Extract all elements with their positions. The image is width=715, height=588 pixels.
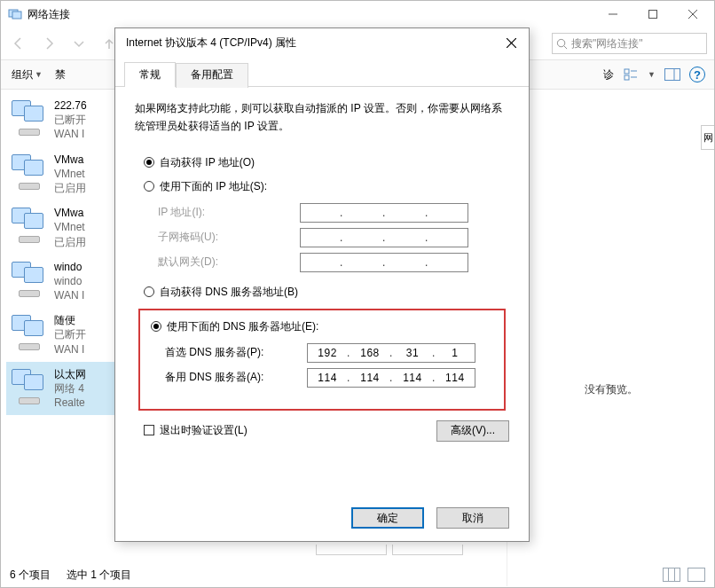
adapter-icon — [10, 206, 47, 243]
maximize-button[interactable] — [632, 2, 672, 27]
network-connections-window: 网络连接 搜索"网络连接" 组织▼ 禁 诊 ▼ ? 222.76已断开WAN I… — [0, 0, 715, 588]
side-tab-sliver[interactable]: 网 — [701, 125, 714, 150]
back-button[interactable] — [8, 33, 29, 54]
minimize-button[interactable] — [593, 2, 632, 27]
connection-name: VMwa — [54, 206, 86, 220]
svg-rect-1 — [12, 12, 21, 19]
status-bar: 6 个项目 选中 1 个项目 — [1, 562, 714, 587]
radio-dns-auto[interactable]: 自动获得 DNS 服务器地址(B) — [144, 285, 509, 300]
item-count: 6 个项目 — [10, 568, 51, 583]
adapter-icon — [10, 153, 47, 190]
no-preview-text: 没有预览。 — [585, 382, 638, 397]
highlighted-dns-section: 使用下面的 DNS 服务器地址(E): 首选 DNS 服务器(P): 192. … — [138, 309, 506, 411]
app-icon — [8, 7, 22, 21]
radio-dns-manual[interactable]: 使用下面的 DNS 服务器地址(E): — [151, 319, 499, 334]
radio-icon — [144, 157, 154, 168]
details-view-icon[interactable] — [663, 568, 680, 582]
disable-device-button[interactable]: 禁 — [51, 66, 69, 84]
radio-icon — [144, 181, 154, 192]
preview-pane-icon[interactable] — [663, 65, 682, 84]
connection-adapter: WAN I — [54, 288, 84, 302]
alternate-dns-label: 备用 DNS 服务器(A): — [165, 370, 307, 385]
subnet-mask-label: 子网掩码(U): — [158, 230, 300, 245]
connection-status: 已断开 — [54, 113, 87, 127]
connection-status: 网络 4 — [54, 381, 86, 396]
radio-icon — [151, 321, 161, 332]
adapter-icon — [10, 367, 47, 404]
radio-ip-manual[interactable]: 使用下面的 IP 地址(S): — [144, 179, 509, 194]
svg-point-7 — [557, 39, 564, 46]
toolbar-right: 诊 ▼ ? — [600, 59, 709, 90]
connection-adapter: WAN I — [54, 127, 87, 141]
search-input[interactable]: 搜索"网络连接" — [552, 33, 707, 54]
cancel-button[interactable]: 取消 — [436, 507, 509, 529]
connection-name: VMwa — [54, 153, 86, 167]
tab-alternate[interactable]: 备用配置 — [176, 63, 248, 88]
hidden-tabbar-partial — [316, 545, 463, 555]
checkbox-icon — [144, 425, 154, 435]
ip-address-field: ... — [300, 203, 468, 223]
adapter-icon — [10, 260, 47, 297]
window-title: 网络连接 — [28, 7, 593, 22]
recent-dropdown[interactable] — [68, 33, 90, 54]
connection-status: VMnet — [54, 167, 86, 181]
connection-name: 222.76 — [54, 98, 87, 113]
connection-adapter: 已启用 — [54, 181, 86, 195]
svg-rect-10 — [625, 75, 629, 80]
adapter-icon — [10, 313, 47, 350]
help-icon[interactable]: ? — [689, 67, 705, 82]
preview-pane: 没有预览。 — [507, 90, 714, 586]
connection-name: 随便 — [54, 313, 86, 327]
primary-dns-field[interactable]: 192. 168. 31. 1 — [307, 343, 475, 363]
default-gateway-label: 默认网关(D): — [158, 255, 300, 270]
forward-button[interactable] — [38, 33, 59, 54]
dialog-intro-text: 如果网络支持此功能，则可以获取自动指派的 IP 设置。否则，你需要从网络系统管理… — [135, 99, 509, 136]
dialog-tabs: 常规 备用配置 — [115, 57, 529, 87]
dialog-close-button[interactable] — [497, 30, 525, 55]
connection-adapter: Realte — [54, 396, 86, 410]
view-dropdown-icon[interactable]: ▼ — [648, 70, 656, 79]
connection-status: windo — [54, 274, 84, 288]
diagnose-button[interactable]: 诊 — [603, 67, 614, 82]
dialog-body: 如果网络支持此功能，则可以获取自动指派的 IP 设置。否则，你需要从网络系统管理… — [115, 87, 529, 451]
dialog-titlebar: Internet 协议版本 4 (TCP/IPv4) 属性 — [115, 28, 529, 57]
search-placeholder: 搜索"网络连接" — [571, 36, 643, 51]
primary-dns-label: 首选 DNS 服务器(P): — [165, 345, 307, 360]
ipv4-properties-dialog: Internet 协议版本 4 (TCP/IPv4) 属性 常规 备用配置 如果… — [114, 27, 530, 542]
dialog-title: Internet 协议版本 4 (TCP/IPv4) 属性 — [126, 35, 497, 51]
svg-rect-3 — [648, 11, 656, 19]
svg-rect-13 — [665, 69, 680, 81]
titlebar: 网络连接 — [1, 1, 714, 27]
alternate-dns-field[interactable]: 114. 114. 114. 114 — [307, 368, 475, 388]
selected-count: 选中 1 个项目 — [67, 568, 131, 583]
radio-ip-auto[interactable]: 自动获得 IP 地址(O) — [144, 155, 509, 170]
connection-name: 以太网 — [54, 367, 86, 381]
svg-line-8 — [564, 45, 567, 48]
radio-icon — [144, 286, 154, 297]
subnet-mask-field: ... — [300, 228, 468, 247]
connection-adapter: 已启用 — [54, 235, 86, 249]
connection-name: windo — [54, 260, 84, 274]
connection-adapter: WAN I — [54, 342, 86, 357]
view-options-icon[interactable] — [621, 65, 640, 84]
search-icon — [556, 38, 568, 50]
advanced-button[interactable]: 高级(V)... — [436, 420, 509, 442]
organize-menu[interactable]: 组织▼ — [8, 66, 46, 84]
connection-status: 已断开 — [54, 327, 86, 341]
connection-status: VMnet — [54, 220, 86, 234]
close-button[interactable] — [672, 2, 712, 27]
svg-rect-9 — [625, 69, 629, 74]
large-icons-view-icon[interactable] — [688, 568, 705, 582]
ip-address-label: IP 地址(I): — [158, 205, 300, 220]
default-gateway-field: ... — [300, 253, 468, 272]
ok-button[interactable]: 确定 — [351, 507, 424, 529]
adapter-icon — [10, 98, 47, 136]
tab-general[interactable]: 常规 — [124, 62, 176, 87]
